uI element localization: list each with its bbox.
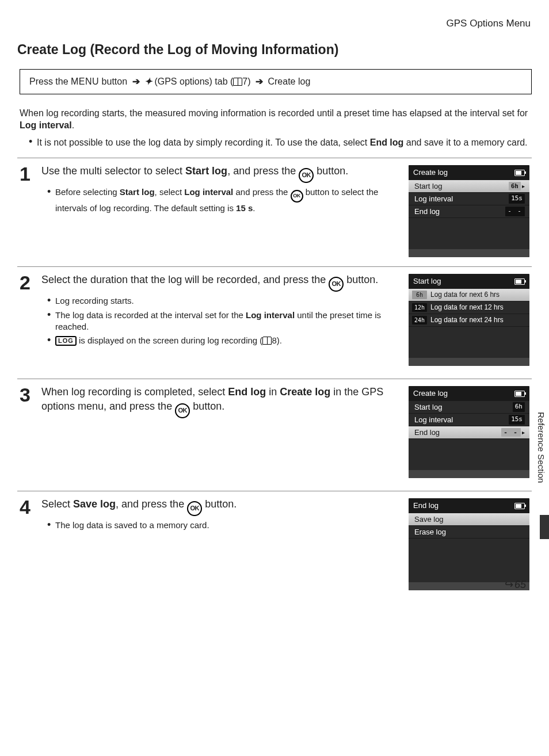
- screenshot-end-log: End log Save log Erase log: [409, 498, 529, 590]
- screenshot-create-log: Create log Start log6h▸ Log interval15s …: [409, 165, 529, 257]
- bullet-icon: •: [47, 520, 55, 531]
- divider: [17, 266, 532, 267]
- reference-link-icon: ↪: [505, 579, 513, 590]
- intro-bullet: • It is not possible to use the log data…: [17, 136, 532, 149]
- menu-button-label: MENU: [71, 77, 99, 86]
- intro-paragraph: When log recording starts, the measured …: [17, 107, 532, 132]
- battery-icon: [514, 170, 525, 176]
- step-number: 3: [20, 385, 41, 478]
- gps-satellite-icon: ✦: [144, 77, 152, 86]
- battery-icon: [514, 391, 525, 397]
- step-1: 1 Use the multi selector to select Start…: [17, 164, 532, 257]
- menu-row-log-interval: Log interval15s: [409, 414, 529, 426]
- ok-button-icon: OK: [175, 403, 190, 418]
- screenshot-create-log-2: Create log Start log6h Log interval15s E…: [409, 386, 529, 478]
- page-ref-icon: [233, 78, 242, 86]
- menu-row-start-log: Start log6h: [409, 401, 529, 414]
- screenshot-start-log: Start log 6hLog data for next 6 hrs 12hL…: [409, 274, 529, 366]
- page-title: Create Log (Record the Log of Moving Inf…: [17, 41, 532, 59]
- option-12h: 12hLog data for next 12 hrs: [409, 301, 529, 314]
- menu-row-start-log: Start log6h▸: [409, 180, 529, 193]
- menu-row-log-interval: Log interval15s: [409, 193, 529, 205]
- page-ref-icon: [262, 337, 272, 345]
- side-tab-label: Reference Section: [533, 403, 549, 492]
- ok-button-icon: OK: [291, 190, 303, 203]
- arrow-icon: ➔: [132, 77, 140, 86]
- battery-icon: [514, 503, 525, 509]
- divider: [17, 491, 532, 491]
- menu-row-save-log: Save log: [409, 513, 529, 526]
- ok-button-icon: OK: [329, 277, 344, 292]
- option-6h: 6hLog data for next 6 hrs: [409, 289, 529, 301]
- bullet-icon: •: [29, 136, 37, 149]
- ok-button-icon: OK: [187, 501, 202, 516]
- option-24h: 24hLog data for next 24 hrs: [409, 314, 529, 327]
- divider: [17, 158, 532, 158]
- log-indicator-icon: LOG: [55, 336, 77, 346]
- menu-row-end-log: End log- -▸: [409, 426, 529, 439]
- menu-row-end-log: End log- -: [409, 205, 529, 218]
- bullet-icon: •: [47, 186, 55, 214]
- breadcrumb: GPS Options Menu: [17, 17, 532, 30]
- step-number: 1: [20, 164, 41, 257]
- bullet-icon: •: [47, 295, 55, 307]
- divider: [17, 379, 532, 379]
- bullet-icon: •: [47, 335, 55, 346]
- page-number: ↪65: [505, 578, 526, 591]
- step-number: 2: [20, 273, 41, 366]
- menu-row-erase-log: Erase log: [409, 526, 529, 539]
- bullet-icon: •: [47, 310, 55, 333]
- step-4: 4 Select Save log, and press the OK butt…: [17, 497, 532, 590]
- battery-icon: [514, 278, 525, 285]
- step-2: 2 Select the duration that the log will …: [17, 273, 532, 366]
- side-tab-block: [540, 515, 549, 539]
- step-3: 3 When log recording is completed, selec…: [17, 385, 532, 478]
- ok-button-icon: OK: [299, 168, 314, 183]
- navigation-path-box: Press the MENU button ➔ ✦ (GPS options) …: [20, 69, 532, 94]
- step-number: 4: [20, 497, 41, 590]
- arrow-icon: ➔: [256, 77, 263, 86]
